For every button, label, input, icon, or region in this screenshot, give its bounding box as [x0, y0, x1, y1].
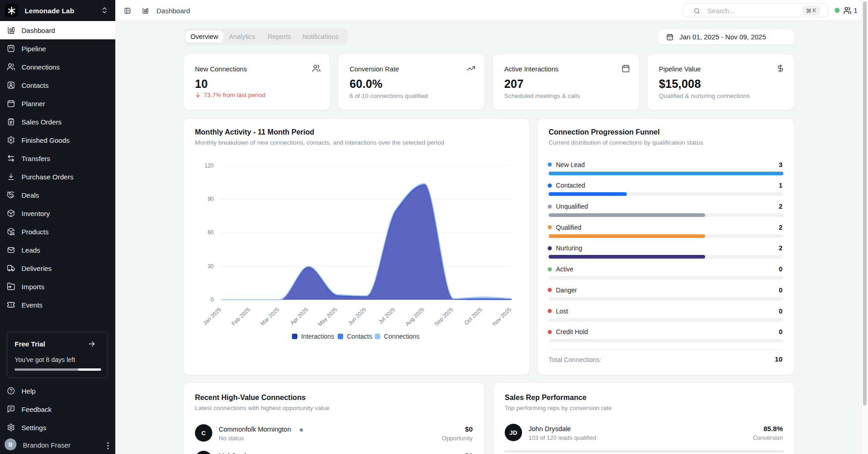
svg-text:Jun 2025: Jun 2025	[347, 306, 367, 327]
svg-text:Jan 2025: Jan 2025	[202, 306, 222, 327]
svg-text:Feb 2025: Feb 2025	[230, 306, 251, 327]
svg-text:30: 30	[208, 263, 214, 270]
svg-text:May 2025: May 2025	[317, 306, 339, 328]
svg-text:0: 0	[210, 297, 214, 303]
svg-text:Apr 2025: Apr 2025	[289, 306, 310, 326]
svg-text:Jul 2025: Jul 2025	[377, 306, 397, 325]
svg-text:Sep 2025: Sep 2025	[433, 306, 455, 327]
svg-text:Aug 2025: Aug 2025	[404, 306, 426, 327]
svg-text:Mar 2025: Mar 2025	[259, 306, 280, 327]
svg-text:Oct 2025: Oct 2025	[463, 306, 484, 326]
svg-text:90: 90	[208, 196, 214, 202]
svg-text:120: 120	[205, 162, 214, 169]
svg-text:Nov 2025: Nov 2025	[491, 306, 512, 327]
svg-text:60: 60	[208, 229, 214, 236]
